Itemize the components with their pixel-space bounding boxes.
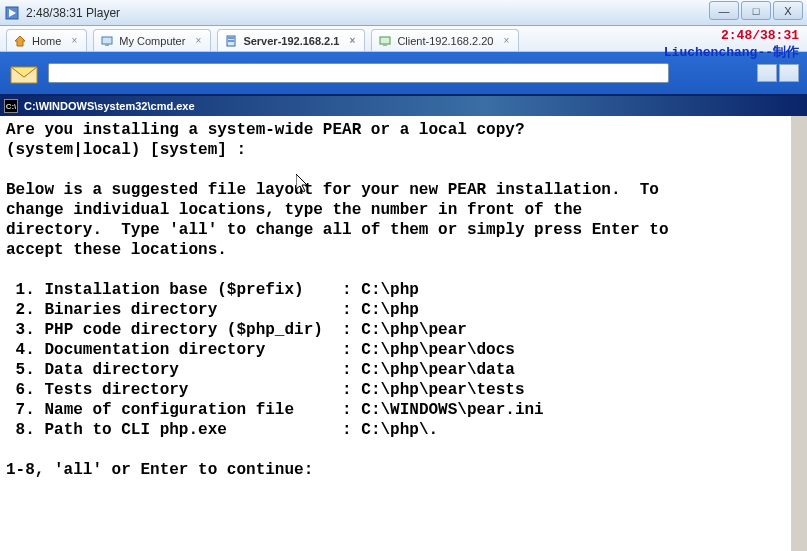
cmd-window: C:\ C:\WINDOWS\system32\cmd.exe Are you …	[0, 94, 807, 551]
cmd-output[interactable]: Are you installing a system-wide PEAR or…	[0, 116, 807, 551]
overlay-author: Liuchenchang--制作	[664, 45, 799, 62]
close-glyph: X	[784, 5, 791, 17]
row-value: C:\php\pear\data	[361, 361, 515, 379]
tab-server[interactable]: Server-192.168.2.1 ×	[217, 29, 365, 51]
maximize-button[interactable]: □	[741, 1, 771, 20]
home-icon	[13, 34, 27, 48]
close-button[interactable]: X	[773, 1, 803, 20]
tab-label: Home	[32, 35, 61, 47]
tab-close-icon[interactable]: ×	[192, 35, 204, 47]
tab-label: Server-192.168.2.1	[243, 35, 339, 47]
row-num: 1	[16, 281, 26, 299]
row-value: C:\php\.	[361, 421, 438, 439]
row-label: Binaries directory	[44, 301, 332, 319]
svg-rect-3	[102, 37, 112, 44]
row-value: C:\php	[361, 301, 419, 319]
row-num: 5	[16, 361, 26, 379]
svg-rect-8	[380, 37, 390, 44]
toolbar-button[interactable]	[757, 64, 777, 82]
cmd-titlebar[interactable]: C:\ C:\WINDOWS\system32\cmd.exe	[0, 96, 807, 116]
row-num: 6	[16, 381, 26, 399]
cmd-line: directory. Type 'all' to change all of t…	[6, 221, 669, 239]
row-value: C:\php\pear	[361, 321, 467, 339]
svg-rect-7	[228, 40, 234, 42]
row-num: 8	[16, 421, 26, 439]
row-label: Installation base ($prefix)	[44, 281, 332, 299]
cmd-icon: C:\	[4, 99, 18, 113]
row-label: Name of configuration file	[44, 401, 332, 419]
tab-label: Client-192.168.2.20	[397, 35, 493, 47]
tab-close-icon[interactable]: ×	[346, 35, 358, 47]
tab-client[interactable]: Client-192.168.2.20 ×	[371, 29, 519, 51]
row-label: Documentation directory	[44, 341, 332, 359]
svg-rect-9	[383, 44, 387, 46]
tab-close-icon[interactable]: ×	[68, 35, 80, 47]
row-num: 3	[16, 321, 26, 339]
tab-close-icon[interactable]: ×	[500, 35, 512, 47]
svg-marker-2	[15, 36, 25, 46]
row-label: Path to CLI php.exe	[44, 421, 332, 439]
toolbar-button[interactable]	[779, 64, 799, 82]
cmd-footer: 1-8, 'all' or Enter to continue:	[6, 461, 313, 479]
cmd-title-text: C:\WINDOWS\system32\cmd.exe	[24, 100, 195, 112]
computer-icon	[100, 34, 114, 48]
row-num: 4	[16, 341, 26, 359]
player-titlebar: 2:48/38:31 Player — □ X	[0, 0, 807, 26]
row-value: C:\php\pear\tests	[361, 381, 524, 399]
row-label: Data directory	[44, 361, 332, 379]
row-label: Tests directory	[44, 381, 332, 399]
player-title: 2:48/38:31 Player	[26, 6, 120, 20]
minimize-button[interactable]: —	[709, 1, 739, 20]
recording-overlay: 2:48/38:31 Liuchenchang--制作	[664, 28, 799, 62]
tab-home[interactable]: Home ×	[6, 29, 87, 51]
cmd-line: (system|local) [system] :	[6, 141, 246, 159]
row-value: C:\php	[361, 281, 419, 299]
cmd-line: change individual locations, type the nu…	[6, 201, 582, 219]
row-label: PHP code directory ($php_dir)	[44, 321, 332, 339]
maximize-glyph: □	[753, 5, 760, 17]
window-controls: — □ X	[709, 1, 803, 20]
row-value: C:\php\pear\docs	[361, 341, 515, 359]
tab-my-computer[interactable]: My Computer ×	[93, 29, 211, 51]
cmd-line: Below is a suggested file layout for you…	[6, 181, 659, 199]
tab-label: My Computer	[119, 35, 185, 47]
player-app-icon	[4, 5, 20, 21]
address-bar[interactable]	[48, 63, 669, 83]
svg-rect-6	[228, 37, 234, 39]
minimize-glyph: —	[719, 5, 730, 17]
row-value: C:\WINDOWS\pear.ini	[361, 401, 543, 419]
row-num: 7	[16, 401, 26, 419]
client-icon	[378, 34, 392, 48]
mail-icon	[8, 59, 40, 87]
server-icon	[224, 34, 238, 48]
overlay-time: 2:48/38:31	[664, 28, 799, 45]
toolbar-right-buttons	[757, 64, 799, 82]
svg-rect-4	[105, 44, 109, 46]
row-num: 2	[16, 301, 26, 319]
cmd-line: accept these locations.	[6, 241, 227, 259]
cmd-line: Are you installing a system-wide PEAR or…	[6, 121, 524, 139]
